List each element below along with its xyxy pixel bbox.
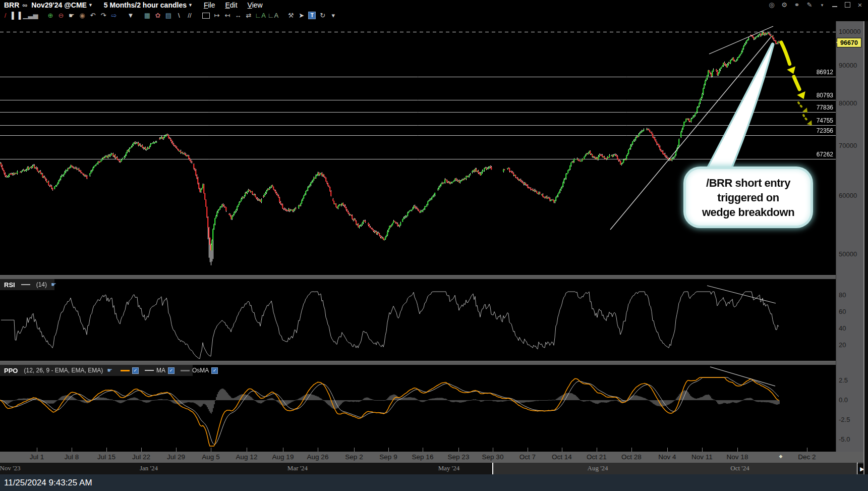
patterns-icon[interactable]: ✿ [153, 11, 162, 20]
panel-separator[interactable] [0, 275, 836, 279]
panel-separator[interactable] [0, 361, 836, 365]
rsi-tick-label: 60 [839, 308, 846, 315]
date-axis-label: Nov 11 [691, 453, 713, 461]
date-axis-label: Jul 8 [65, 453, 79, 461]
text-note-icon[interactable]: T [308, 11, 316, 20]
ppo-params: (12, 26, 9 - EMA, EMA, EMA) [24, 367, 103, 374]
menu-view[interactable]: View [248, 1, 263, 9]
trendline-icon[interactable]: \ [175, 11, 183, 20]
manual-scale-icon[interactable]: ∟A [268, 11, 278, 20]
timeline-label: May '24 [438, 464, 459, 472]
price-tick-label: 70000 [839, 142, 857, 149]
auto-scale-icon[interactable]: ∟A [255, 11, 265, 20]
more-caret-icon[interactable]: ▾ [329, 11, 337, 20]
rsi-tick-label: 80 [839, 291, 846, 299]
menu-edit[interactable]: Edit [225, 1, 237, 9]
osma-label: OsMA [192, 367, 209, 374]
support-level-label: 74755 [817, 117, 833, 124]
rectangle-tool-icon[interactable] [202, 11, 210, 20]
date-axis-label: Nov 4 [658, 453, 676, 461]
support-search-icon[interactable]: ◎ [768, 1, 776, 9]
support-level-label: 67262 [817, 151, 833, 158]
quick-drawing-icon[interactable]: ▼ [126, 11, 135, 20]
timeline-label: Oct '24 [730, 464, 749, 472]
timeline-label: Nov '23 [0, 464, 20, 472]
link-charts-icon[interactable]: ⚭ [793, 1, 801, 9]
rsi-tick-label: 20 [839, 341, 846, 349]
timeline-label: Mar '24 [287, 464, 308, 472]
pin-caret-icon[interactable]: ▾ [818, 1, 826, 9]
studies-icon[interactable]: ▤ [164, 11, 172, 20]
date-axis-label: Sep 23 [448, 453, 470, 461]
ma-checkbox[interactable]: ✓ [168, 367, 175, 374]
tools-wrench-icon[interactable]: ⚒ [286, 11, 295, 20]
date-axis-label: Aug 12 [236, 453, 258, 461]
interval-caret-icon[interactable]: ▼ [188, 3, 193, 8]
close-button[interactable]: × [856, 1, 864, 9]
callout-line: wedge breakdown [686, 205, 811, 220]
zoom-in-icon[interactable]: ⊕ [46, 11, 54, 20]
date-axis-label: Oct 21 [587, 453, 607, 461]
menu-file[interactable]: File [204, 1, 215, 9]
short-entry-callout[interactable]: /BRR short entry triggered on wedge brea… [686, 169, 811, 226]
time-scrollbar[interactable]: ▶ Nov '23Jan '24Mar '24May '24Aug '24Oct… [0, 463, 868, 474]
crosshair-icon[interactable]: ◉ [78, 11, 86, 20]
parallel-lines-icon[interactable]: // [185, 11, 194, 20]
expand-both-icon[interactable]: ↔ [234, 11, 242, 20]
interval-selector[interactable]: 5 Months/2 hour candles [104, 1, 187, 9]
title-bar: BRR ∞ Nov29'24 @CME ▼ 5 Months/2 hour ca… [0, 0, 868, 10]
rsi-tick-label: 40 [839, 324, 846, 332]
minimize-button[interactable] [831, 1, 839, 9]
chart-type-candle-icon[interactable]: ▌▐ [12, 11, 21, 20]
volume-subgraph-icon[interactable]: ▁▃▅ [23, 11, 38, 20]
date-axis-label: Oct 14 [552, 453, 572, 461]
date-axis-label: Dec 2 [798, 453, 816, 461]
maximize-button[interactable] [843, 1, 851, 9]
support-level-label: 86912 [817, 69, 833, 76]
ppo-tick-label: -2.5 [839, 416, 850, 423]
date-axis-label: Oct 28 [621, 453, 642, 461]
redo-icon[interactable]: ↷ [99, 11, 107, 20]
contract-caret-icon[interactable]: ▼ [88, 3, 93, 8]
support-level-label: 72356 [817, 127, 833, 134]
support-level-label: 80793 [817, 92, 833, 99]
chart-settings-icon[interactable]: ▦ [143, 11, 151, 20]
rsi-params: (14) [36, 281, 47, 288]
date-axis-label: Aug 26 [307, 453, 329, 461]
date-axis-label: Aug 5 [202, 453, 219, 461]
pointer-icon[interactable]: ➤ [297, 11, 306, 20]
contract-selector[interactable]: Nov29'24 @CME [31, 1, 87, 9]
chart-canvas[interactable] [0, 0, 868, 491]
refresh-icon[interactable]: ↻ [318, 11, 327, 20]
ppo-edit-icon[interactable]: ☛ [107, 367, 112, 374]
pin-icon[interactable]: ✎ [805, 1, 814, 9]
rsi-line-swatch [21, 284, 30, 285]
ppo-tick-label: 2.5 [839, 376, 848, 384]
settings-gear-icon[interactable]: ⚙ [780, 1, 788, 9]
osma-checkbox[interactable]: ✓ [211, 367, 218, 374]
drawing-active-icon[interactable]: / [1, 11, 10, 20]
undo-icon[interactable]: ↶ [88, 11, 97, 20]
rsi-edit-icon[interactable]: ☛ [51, 281, 56, 288]
ppo-tick-label: 0.0 [839, 396, 848, 404]
symbol-label: BRR [4, 1, 19, 9]
expand-left-icon[interactable]: ↤ [223, 11, 232, 20]
date-axis[interactable]: Jul 1Jul 8Jul 15Jul 22Jul 29Aug 5Aug 12A… [0, 452, 863, 463]
rsi-header: RSI (14) ☛ [0, 279, 56, 290]
cursor-mode-icon[interactable]: ⇨ [109, 11, 118, 20]
right-edge-grip[interactable] [863, 21, 868, 474]
date-axis-label: Sep 9 [379, 453, 397, 461]
continuous-contract-icon: ∞ [22, 1, 27, 9]
collapse-icon[interactable]: ⇄ [244, 11, 253, 20]
expand-right-icon[interactable]: ↦ [212, 11, 221, 20]
price-axis[interactable]: 1000009000080000700006000050000806040202… [836, 21, 864, 463]
date-axis-label: Jul 29 [167, 453, 185, 461]
pan-hand-icon[interactable]: ☛ [67, 11, 76, 20]
date-axis-label: Oct 7 [519, 453, 536, 461]
date-axis-label: Jul 22 [132, 453, 150, 461]
clock-label: 11/25/2024 9:43:25 AM [4, 478, 92, 488]
zoom-out-icon[interactable]: ⊖ [56, 11, 65, 20]
scrollbar-thumb[interactable] [492, 463, 858, 474]
date-axis-label: Nov 18 [727, 453, 748, 461]
ppo-checkbox[interactable]: ✓ [132, 367, 139, 374]
